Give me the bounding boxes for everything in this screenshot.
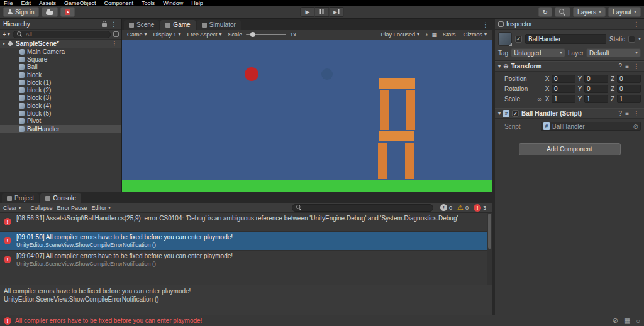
tab-console[interactable]: Console [40,193,81,203]
rotation-z-field[interactable]: 0 [617,85,641,93]
hierarchy-search[interactable] [13,31,111,38]
script-object-field[interactable]: # BallHandler ⊙ [541,122,641,131]
collapse-toggle[interactable]: Collapse [31,205,53,211]
scale-slider-knob[interactable] [250,32,255,37]
presets-icon[interactable]: ≡ [625,110,629,117]
layout-dropdown[interactable]: Layout ▾ [608,7,641,17]
game-viewport[interactable] [122,40,492,192]
menu-gameobject[interactable]: GameObject [64,0,96,6]
view-menu-icon[interactable]: ⋮ [481,21,490,28]
component-menu-icon[interactable]: ⋮ [632,63,641,70]
undo-history-button[interactable]: ↻ [538,7,552,17]
log-entry-selected[interactable]: [09:01:50] All compiler errors have to b… [0,232,492,251]
presets-icon[interactable]: ≡ [625,63,629,70]
foldout-icon[interactable]: ▾ [498,111,501,116]
step-button[interactable]: ▶ [330,7,344,17]
menu-assets[interactable]: Assets [39,0,56,6]
static-dropdown-icon[interactable]: ▾ [638,36,641,41]
menu-tools[interactable]: Tools [142,0,155,6]
scale-y-field[interactable]: 1 [584,95,608,103]
console-scrollbar[interactable] [487,213,492,285]
stats-button[interactable]: Stats [441,31,458,38]
tab-scene[interactable]: Scene [124,20,159,30]
hierarchy-item-block[interactable]: block [0,71,121,79]
gameobject-big-icon[interactable] [498,32,512,46]
game-mode-dropdown[interactable]: Game ▾ [125,31,149,38]
error-pause-toggle[interactable]: Error Pause [57,205,87,211]
aspect-dropdown[interactable]: Free Aspect ▾ [186,31,224,38]
tab-project[interactable]: Project [2,193,39,203]
tab-simulator[interactable]: Simulator [197,20,241,30]
inspector-menu-icon[interactable]: ⋮ [632,21,641,28]
tag-dropdown[interactable]: Untagged ▾ [511,48,565,57]
vsync-icon[interactable]: ▦ [431,31,437,38]
tab-game[interactable]: Game [160,20,195,30]
background-activity-icon[interactable]: ○ [636,317,640,325]
transform-component-header[interactable]: ▾ ⊕ Transform ? ≡ ⋮ [495,61,644,72]
play-button[interactable]: ▶ [301,7,315,17]
scene-menu-icon[interactable]: ⋮ [110,40,119,47]
global-search-button[interactable] [555,7,570,17]
lock-icon[interactable] [102,23,107,27]
clear-button[interactable]: Clear ▾ [3,205,21,211]
object-picker-icon[interactable]: ⊙ [633,123,638,130]
console-search-input[interactable] [305,205,430,211]
active-checkbox[interactable]: ✓ [515,36,522,43]
layer-dropdown[interactable]: Default ▾ [586,48,641,57]
info-count-toggle[interactable]: 0 [440,204,452,211]
mute-audio-icon[interactable]: ♪ [425,31,428,38]
search-by-type-icon[interactable] [113,31,119,37]
hierarchy-item-block-1[interactable]: block (1) [0,79,121,86]
menu-window[interactable]: Window [163,0,183,6]
display-dropdown[interactable]: Display 1 ▾ [152,31,183,38]
hierarchy-item-ball[interactable]: Ball [0,63,121,71]
scale-z-field[interactable]: 1 [617,95,641,103]
menu-edit[interactable]: Edit [21,0,31,6]
warning-count-toggle[interactable]: ⚠ 0 [457,204,469,211]
component-menu-icon[interactable]: ⋮ [632,110,641,117]
log-entry[interactable]: [09:04:07] All compiler errors have to b… [0,251,492,269]
hierarchy-item-block-3[interactable]: block (3) [0,94,121,102]
version-control-button[interactable] [60,7,75,17]
create-object-button[interactable]: + ▾ [3,31,10,38]
layers-dropdown[interactable]: Layers ▾ [573,7,606,17]
log-entry[interactable]: [08:56:31] Assets\Script\BallHandler.cs(… [0,213,492,232]
position-x-field[interactable]: 0 [552,75,575,83]
editor-dropdown[interactable]: Editor ▾ [92,205,111,211]
scale-x-field[interactable]: 1 [552,95,575,103]
hierarchy-menu-icon[interactable]: ⋮ [109,21,118,28]
hierarchy-item-ballhandler[interactable]: BallHandler [0,125,121,133]
sign-in-button[interactable]: Sign in [3,7,39,17]
script-enabled-checkbox[interactable]: ✓ [512,110,519,117]
foldout-icon[interactable]: ▾ [498,64,501,69]
status-bar[interactable]: All compiler errors have to be fixed bef… [0,315,644,326]
console-detail-pane[interactable]: All compiler errors have to be fixed bef… [0,285,492,315]
rotation-y-field[interactable]: 0 [584,85,608,93]
menu-component[interactable]: Component [104,0,134,6]
help-icon[interactable]: ? [619,63,623,70]
scale-slider[interactable] [246,34,286,35]
link-scale-icon[interactable]: ∞ [536,95,543,102]
cloud-button[interactable] [42,7,58,17]
help-icon[interactable]: ? [619,110,623,117]
rotation-x-field[interactable]: 0 [552,85,575,93]
position-z-field[interactable]: 0 [617,75,641,83]
menu-file[interactable]: File [4,0,13,6]
foldout-icon[interactable]: ▾ [3,41,5,46]
hierarchy-item-main-camera[interactable]: Main Camera [0,48,121,55]
console-search[interactable] [292,204,433,212]
package-manager-icon[interactable]: ▦ [624,317,630,325]
console-scrollbar-thumb[interactable] [488,214,491,249]
pause-button[interactable] [315,7,330,17]
hierarchy-scene-row[interactable]: ▾ SampleScene* ⋮ [0,40,121,48]
error-count-toggle[interactable]: 3 [474,204,486,212]
object-name-field[interactable] [525,34,606,44]
script-component-header[interactable]: ▾ # ✓ Ball Handler (Script) ? ≡ ⋮ [495,108,644,119]
play-focused-dropdown[interactable]: Play Focused ▾ [379,31,421,38]
gizmos-dropdown[interactable]: Gizmos ▾ [461,31,489,38]
hierarchy-item-block-5[interactable]: block (5) [0,109,121,117]
position-y-field[interactable]: 0 [584,75,608,83]
hierarchy-item-pivot[interactable]: Pivot [0,117,121,125]
hierarchy-search-input[interactable] [26,31,107,38]
hierarchy-item-block-4[interactable]: block (4) [0,102,121,109]
